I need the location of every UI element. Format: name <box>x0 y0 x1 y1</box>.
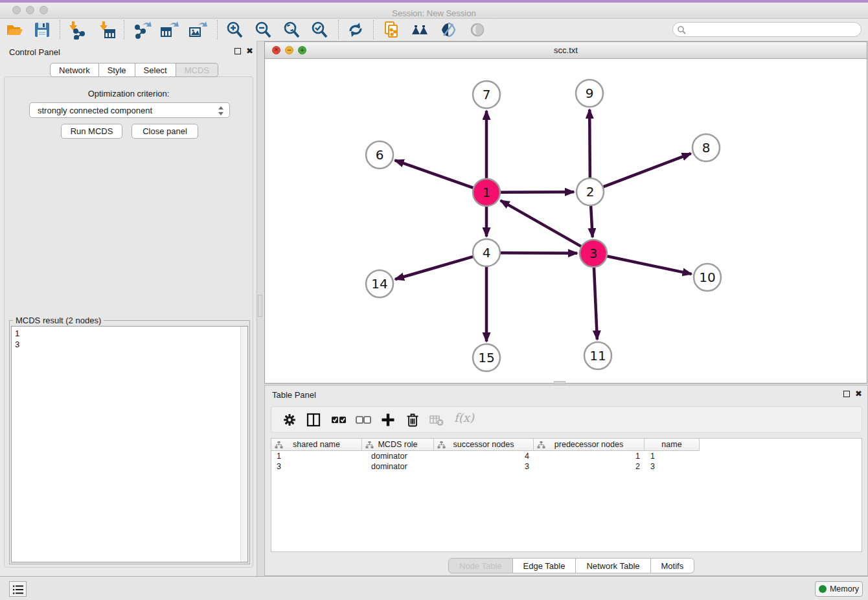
tab-mcds[interactable]: MCDS <box>176 63 218 77</box>
save-session-icon[interactable] <box>32 20 52 40</box>
zoom-in-icon[interactable] <box>225 20 244 40</box>
tab-style[interactable]: Style <box>99 63 135 77</box>
table-panel: Table Panel ✖ f(x) shared name MCDS <box>264 385 868 576</box>
window-resize-handle[interactable] <box>554 381 565 384</box>
node-table[interactable]: shared name MCDS role successor nodes pr… <box>271 438 862 552</box>
import-table-icon[interactable] <box>97 20 117 40</box>
titlebar: Session: New Session <box>0 3 868 19</box>
cell-shared-name[interactable]: 1 <box>271 451 362 461</box>
float-table-panel-icon[interactable] <box>843 391 850 398</box>
zoom-selected-icon[interactable] <box>310 20 329 40</box>
cell-name[interactable]: 1 <box>645 451 700 461</box>
search-input[interactable] <box>689 23 856 37</box>
mcds-result-title: MCDS result (2 nodes) <box>13 316 104 325</box>
mcds-result-textarea[interactable]: 1 3 <box>11 326 248 562</box>
apply-layout-icon[interactable] <box>346 20 365 40</box>
cell-shared-name[interactable]: 3 <box>271 461 362 472</box>
edge-3-10[interactable] <box>607 256 692 274</box>
float-panel-icon[interactable] <box>234 48 241 56</box>
tab-network[interactable]: Network <box>50 63 99 77</box>
tab-select[interactable]: Select <box>135 63 176 77</box>
search-field[interactable] <box>672 22 862 37</box>
table-row[interactable]: 1dominator411 <box>271 451 862 461</box>
edge-1-6[interactable] <box>395 160 474 188</box>
zoom-out-icon[interactable] <box>253 20 273 40</box>
export-network-icon[interactable] <box>133 20 153 40</box>
show-graphics-details-icon[interactable] <box>468 20 487 40</box>
svg-text:9: 9 <box>586 86 594 101</box>
cell-name[interactable]: 3 <box>645 461 700 472</box>
status-bar: Memory <box>0 576 868 600</box>
zoom-fit-icon[interactable] <box>282 20 301 40</box>
graph-node-15[interactable]: 15 <box>473 344 500 371</box>
import-network-icon[interactable] <box>67 20 86 40</box>
control-panel: Control Panel ✖ NetworkStyleSelectMCDS O… <box>0 41 257 576</box>
network-overview-icon[interactable] <box>410 20 429 40</box>
select-all-columns-icon[interactable] <box>331 412 347 428</box>
delete-column-trash-icon[interactable] <box>405 412 420 428</box>
svg-text:11: 11 <box>589 348 606 363</box>
vizmapper-icon[interactable] <box>439 20 458 40</box>
edge-1-2[interactable] <box>500 192 574 192</box>
graph-node-9[interactable]: 9 <box>576 80 603 107</box>
edge-2-9[interactable] <box>589 110 590 178</box>
cell-predecessor-nodes[interactable]: 1 <box>534 451 645 461</box>
edge-4-14[interactable] <box>395 257 474 279</box>
graph-node-3[interactable]: 3 <box>580 240 607 267</box>
cell-predecessor-nodes[interactable]: 2 <box>534 461 645 472</box>
edge-2-8[interactable] <box>603 154 691 187</box>
clone-network-icon[interactable] <box>382 20 402 40</box>
graph-node-14[interactable]: 14 <box>366 270 393 297</box>
column-header-shared-name[interactable]: shared name <box>271 439 362 451</box>
table-panel-tabs: Node TableEdge TableNetwork TableMotifs <box>448 558 694 573</box>
close-table-panel-icon[interactable]: ✖ <box>855 390 862 398</box>
export-image-icon[interactable] <box>188 20 207 40</box>
close-panel-icon[interactable]: ✖ <box>246 47 253 55</box>
column-type-icon <box>537 441 545 449</box>
unselect-all-columns-icon[interactable] <box>356 412 371 428</box>
criterion-dropdown[interactable]: strongly connected component <box>29 102 230 118</box>
graph-node-11[interactable]: 11 <box>584 342 611 369</box>
network-window-title: scc.txt <box>265 45 867 55</box>
graph-node-4[interactable]: 4 <box>473 239 500 266</box>
column-header-name[interactable]: name <box>645 439 700 451</box>
task-history-button[interactable] <box>9 581 27 597</box>
graph-node-6[interactable]: 6 <box>366 141 393 168</box>
cell-successor-nodes[interactable]: 4 <box>434 451 534 461</box>
graph-node-8[interactable]: 8 <box>692 134 720 161</box>
tab-node-table[interactable]: Node Table <box>448 558 513 573</box>
run-mcds-button[interactable]: Run MCDS <box>61 124 122 139</box>
export-table-icon[interactable] <box>159 20 179 40</box>
tab-network-table[interactable]: Network Table <box>576 558 650 573</box>
cell-mcds-role[interactable]: dominator <box>362 461 434 472</box>
table-row[interactable]: 3dominator323 <box>271 461 862 472</box>
table-settings-gear-icon[interactable] <box>282 412 297 428</box>
close-panel-button[interactable]: Close panel <box>131 124 198 139</box>
network-window-titlebar[interactable]: ✕ − + scc.txt <box>265 42 867 59</box>
column-header-mcds-role[interactable]: MCDS role <box>362 439 434 451</box>
memory-button[interactable]: Memory <box>815 581 863 597</box>
edge-4-3[interactable] <box>500 253 577 253</box>
graph-node-10[interactable]: 10 <box>694 264 721 291</box>
column-type-icon <box>365 441 374 449</box>
graph-node-2[interactable]: 2 <box>577 178 604 205</box>
column-header-predecessor-nodes[interactable]: predecessor nodes <box>534 439 645 451</box>
svg-text:8: 8 <box>702 140 711 156</box>
graph-node-1[interactable]: 1 <box>473 179 500 206</box>
panel-splitter-handle[interactable] <box>258 295 262 317</box>
cell-successor-nodes[interactable]: 3 <box>434 461 534 472</box>
tab-edge-table[interactable]: Edge Table <box>513 558 577 573</box>
create-column-plus-icon[interactable] <box>380 412 396 428</box>
show-column-panel-icon[interactable] <box>306 412 321 428</box>
network-graph-canvas[interactable]: 7968124314101511 <box>266 59 866 382</box>
open-file-icon[interactable] <box>5 20 25 40</box>
result-scrollbar[interactable] <box>240 327 247 562</box>
tab-motifs[interactable]: Motifs <box>651 558 695 573</box>
edge-3-1[interactable] <box>501 200 582 246</box>
column-header-successor-nodes[interactable]: successor nodes <box>434 439 534 451</box>
column-type-icon <box>275 441 283 449</box>
cell-mcds-role[interactable]: dominator <box>362 451 434 461</box>
graph-node-7[interactable]: 7 <box>473 81 500 108</box>
edge-2-3[interactable] <box>591 205 593 237</box>
edge-3-11[interactable] <box>594 267 597 340</box>
